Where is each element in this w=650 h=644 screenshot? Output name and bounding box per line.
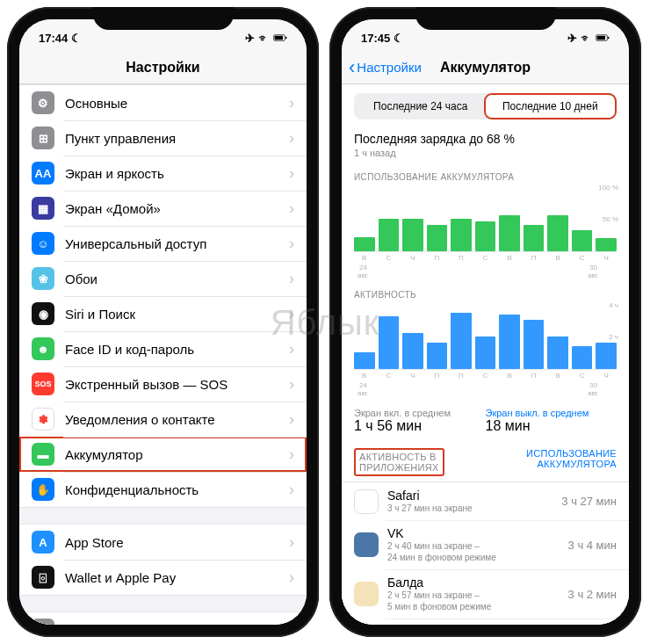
svg-rect-1 (275, 36, 283, 40)
row-label: Аккумулятор (65, 447, 289, 462)
chart-bar[interactable] (379, 219, 400, 252)
xaxis-label: С (475, 254, 496, 262)
wifi-icon: ᯤ (581, 32, 592, 45)
app-row[interactable]: Safari3 ч 27 мин на экране3 ч 27 мин (342, 482, 629, 520)
xtick: 30 авг. (588, 381, 599, 397)
chevron-right-icon: › (289, 164, 294, 183)
chart-bar[interactable] (427, 343, 448, 369)
xaxis-label: С (379, 254, 400, 262)
xtick: 30 авг. (588, 264, 599, 279)
xaxis-label: Ч (596, 254, 617, 262)
chart-bar[interactable] (596, 343, 617, 369)
settings-row[interactable]: ⚙Основные› (19, 85, 307, 120)
app-time: 3 ч 27 мин (561, 495, 617, 508)
chart-bar[interactable] (451, 313, 472, 369)
chevron-right-icon: › (289, 568, 294, 587)
settings-row[interactable]: ✋Конфиденциальность› (19, 472, 307, 507)
app-sub: 2 ч 40 мин на экране –24 мин в фоновом р… (387, 540, 568, 563)
chart-bar[interactable] (402, 333, 423, 369)
page-title: Аккумулятор (440, 60, 531, 76)
app-row[interactable]: VK2 ч 40 мин на экране –24 мин в фоновом… (342, 520, 629, 569)
row-icon: ☺ (32, 232, 54, 255)
seg-10d[interactable]: Последние 10 дней (486, 95, 616, 118)
row-label: Wallet и Apple Pay (65, 570, 289, 585)
app-time: 3 ч 4 мин (568, 539, 617, 552)
xaxis-label: С (572, 254, 593, 262)
airplane-icon: ✈ (567, 32, 577, 45)
xaxis-label: С (379, 372, 400, 380)
chevron-right-icon: › (289, 129, 294, 148)
chart-bar[interactable] (499, 315, 520, 369)
seg-24h[interactable]: Последние 24 часа (356, 95, 486, 118)
settings-row[interactable]: SOSЭкстренный вызов — SOS› (19, 366, 307, 402)
chart-bar[interactable] (379, 316, 400, 369)
chart-bar[interactable] (499, 215, 520, 251)
chart-bar[interactable] (524, 225, 545, 251)
row-label: Универсальный доступ (65, 236, 289, 251)
battery-usage-chart[interactable]: 100 % 50 % (354, 185, 617, 252)
row-label: Основные (65, 96, 289, 111)
app-name: VK (387, 526, 568, 540)
row-icon: ▦ (32, 197, 54, 220)
time-range-segment: Последние 24 часа Последние 10 дней (354, 93, 617, 119)
settings-row[interactable]: ⊞Пункт управления› (19, 120, 307, 156)
chart-bar[interactable] (524, 320, 545, 369)
row-label: Face ID и код-пароль (65, 342, 289, 357)
settings-row[interactable]: ⌻Wallet и Apple Pay› (19, 560, 307, 595)
tab-battery-usage[interactable]: ИСПОЛЬЗОВАНИЕ АККУМУЛЯТОРА (462, 448, 617, 476)
tab-app-activity[interactable]: АКТИВНОСТЬ В ПРИЛОЖЕНИЯХ (354, 448, 444, 476)
settings-list[interactable]: ⚙Основные›⊞Пункт управления›AAЭкран и яр… (19, 84, 307, 625)
chart-bar[interactable] (572, 346, 593, 369)
settings-row[interactable]: ◉Siri и Поиск› (19, 296, 307, 331)
svg-rect-4 (597, 36, 605, 40)
app-row[interactable]: Instagram (342, 619, 629, 625)
chart-bar[interactable] (354, 352, 375, 369)
battery-detail[interactable]: Последние 24 часа Последние 10 дней Посл… (342, 84, 629, 625)
settings-row[interactable]: AApp Store› (19, 525, 307, 560)
row-label: Экран «Домой» (65, 201, 289, 216)
xaxis-label: Ч (402, 254, 423, 262)
chart-bar[interactable] (427, 225, 448, 251)
page-title: Настройки (126, 60, 199, 76)
xaxis-label: Ч (596, 372, 617, 380)
chevron-right-icon: › (289, 340, 294, 358)
xaxis-label: В (499, 254, 520, 262)
xtick: 24 авг. (358, 381, 369, 397)
chevron-right-icon: › (289, 270, 294, 288)
chart-bar[interactable] (475, 221, 496, 251)
settings-row[interactable]: ☺Универсальный доступ› (19, 226, 307, 261)
chevron-right-icon: › (289, 235, 294, 253)
screen-on-label: Экран вкл. в среднем (354, 408, 486, 418)
chart-bar[interactable] (402, 219, 423, 252)
xaxis-label: В (547, 254, 568, 262)
row-icon: ☻ (32, 337, 54, 360)
settings-row[interactable]: 🔑Пароли› (19, 612, 307, 625)
chart-bar[interactable] (547, 215, 568, 251)
settings-row[interactable]: AAЭкран и яркость› (19, 156, 307, 191)
back-button[interactable]: ‹ Настройки (349, 56, 422, 79)
back-label: Настройки (357, 60, 422, 75)
chart-bar[interactable] (475, 336, 496, 370)
activity-tabrow: АКТИВНОСТЬ В ПРИЛОЖЕНИЯХ ИСПОЛЬЗОВАНИЕ А… (342, 443, 629, 482)
chart-xaxis: ВСЧППСВПВСЧ (354, 254, 617, 262)
header: Настройки (19, 51, 307, 84)
settings-row[interactable]: ☻Face ID и код-пароль› (19, 331, 307, 366)
chart-bar[interactable] (596, 238, 617, 251)
settings-row[interactable]: ▬Аккумулятор› (19, 437, 307, 472)
chart-bar[interactable] (572, 230, 593, 251)
settings-row[interactable]: ❀Обои› (19, 261, 307, 296)
activity-chart[interactable]: 4 ч 2 ч (354, 303, 617, 370)
chevron-right-icon: › (289, 533, 294, 552)
row-label: Обои (65, 271, 289, 286)
screen-on-value: 1 ч 56 мин (354, 418, 486, 434)
chart-bar[interactable] (451, 219, 472, 252)
airplane-icon: ✈ (245, 32, 255, 45)
chart-bar[interactable] (354, 237, 375, 252)
chart-bar[interactable] (547, 336, 568, 370)
settings-row[interactable]: ▦Экран «Домой»› (19, 191, 307, 226)
notch (415, 7, 556, 30)
activity-title: АКТИВНОСТЬ (342, 285, 629, 303)
app-row[interactable]: Балда2 ч 57 мин на экране –5 мин в фонов… (342, 569, 629, 619)
row-icon: ⌻ (32, 566, 54, 589)
settings-row[interactable]: ✽Уведомления о контакте› (19, 402, 307, 437)
